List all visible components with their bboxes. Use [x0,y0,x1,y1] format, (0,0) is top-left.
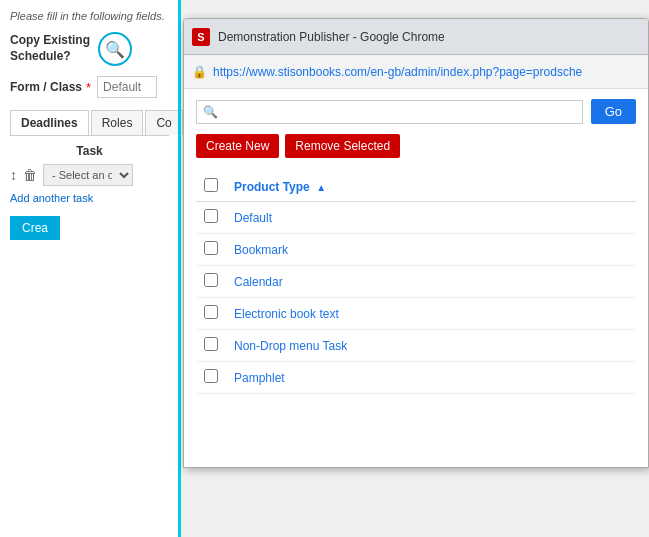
tab-roles[interactable]: Roles [91,110,144,135]
required-star: * [86,80,91,95]
sort-arrow-icon: ▲ [316,182,326,193]
product-type-table: Product Type ▲ Default Bookmark Calendar [196,172,636,394]
table-row: Pamphlet [196,362,636,394]
row-link-bookmark[interactable]: Bookmark [234,243,288,257]
row-link-ebook[interactable]: Electronic book text [234,307,339,321]
move-icon[interactable]: ↕ [10,167,17,183]
table-body: Default Bookmark Calendar Electronic boo… [196,202,636,394]
search-row: 🔍 Go [196,99,636,124]
lock-icon: 🔒 [192,65,207,79]
row-checkbox-bookmark[interactable] [204,241,218,255]
row-link-calendar[interactable]: Calendar [234,275,283,289]
chrome-content: 🔍 Go Create New Remove Selected Product … [184,89,648,404]
row-link-pamphlet[interactable]: Pamphlet [234,371,285,385]
table-row: Default [196,202,636,234]
tab-deadlines[interactable]: Deadlines [10,110,89,135]
remove-selected-button[interactable]: Remove Selected [285,134,400,158]
form-class-row: Form / Class * [10,76,169,98]
copy-schedule-search-button[interactable]: 🔍 [98,32,132,66]
task-select[interactable]: - Select an op [43,164,133,186]
form-class-input[interactable] [97,76,157,98]
chrome-window: S Demonstration Publisher - Google Chrom… [183,18,649,468]
task-header: Task [10,144,169,158]
chrome-addressbar: 🔒 https://www.stisonbooks.com/en-gb/admi… [184,55,648,89]
fill-text: Please fill in the following fields. [10,10,169,22]
table-header-row: Product Type ▲ [196,172,636,202]
copy-schedule-row: Copy ExistingSchedule? 🔍 [10,32,169,66]
task-section: Task ↕ 🗑 - Select an op Add another task… [10,144,169,240]
task-row: ↕ 🗑 - Select an op [10,164,169,186]
form-class-label: Form / Class [10,80,82,94]
table-row: Bookmark [196,234,636,266]
search-input[interactable] [222,105,576,119]
header-checkbox-col [196,172,226,202]
action-buttons-row: Create New Remove Selected [196,134,636,158]
address-text[interactable]: https://www.stisonbooks.com/en-gb/admin/… [213,65,640,79]
chrome-titlebar: S Demonstration Publisher - Google Chrom… [184,19,648,55]
table-row: Calendar [196,266,636,298]
row-checkbox-nondrop[interactable] [204,337,218,351]
table-row: Electronic book text [196,298,636,330]
row-checkbox-default[interactable] [204,209,218,223]
search-circle-icon: 🔍 [105,40,125,59]
table-row: Non-Drop menu Task [196,330,636,362]
column-product-type[interactable]: Product Type ▲ [226,172,636,202]
create-button[interactable]: Crea [10,216,60,240]
chrome-favicon: S [192,28,210,46]
search-icon: 🔍 [203,105,218,119]
background-page: Please fill in the following fields. Cop… [0,0,180,537]
add-another-task-link[interactable]: Add another task [10,192,169,204]
select-all-checkbox[interactable] [204,178,218,192]
create-new-button[interactable]: Create New [196,134,279,158]
go-button[interactable]: Go [591,99,636,124]
row-link-default[interactable]: Default [234,211,272,225]
row-link-nondrop[interactable]: Non-Drop menu Task [234,339,347,353]
chrome-tab-title: Demonstration Publisher - Google Chrome [218,30,640,44]
row-checkbox-ebook[interactable] [204,305,218,319]
copy-schedule-label: Copy ExistingSchedule? [10,33,90,64]
cyan-divider [178,0,181,537]
tabs-row: Deadlines Roles Co [10,110,169,136]
row-checkbox-pamphlet[interactable] [204,369,218,383]
search-box-wrapper: 🔍 [196,100,583,124]
row-checkbox-calendar[interactable] [204,273,218,287]
trash-icon[interactable]: 🗑 [23,167,37,183]
